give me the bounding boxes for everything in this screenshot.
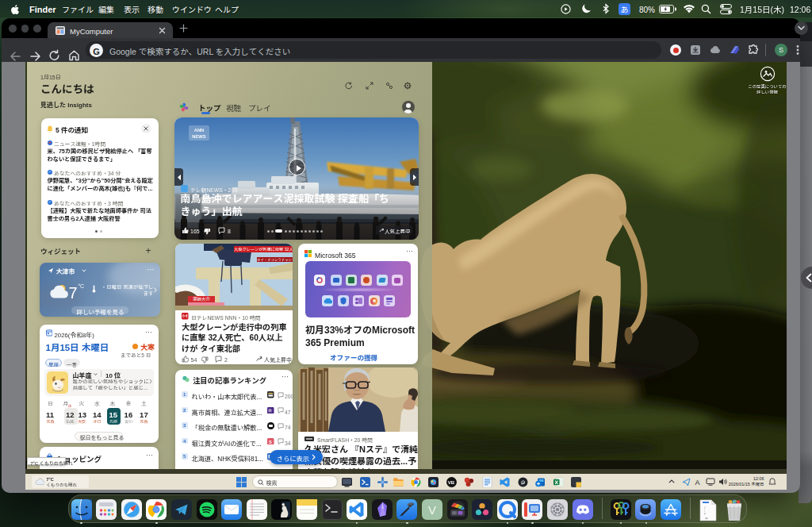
svg-text:鉄: 鉄 (268, 408, 272, 413)
svg-text:S: S (269, 438, 272, 445)
